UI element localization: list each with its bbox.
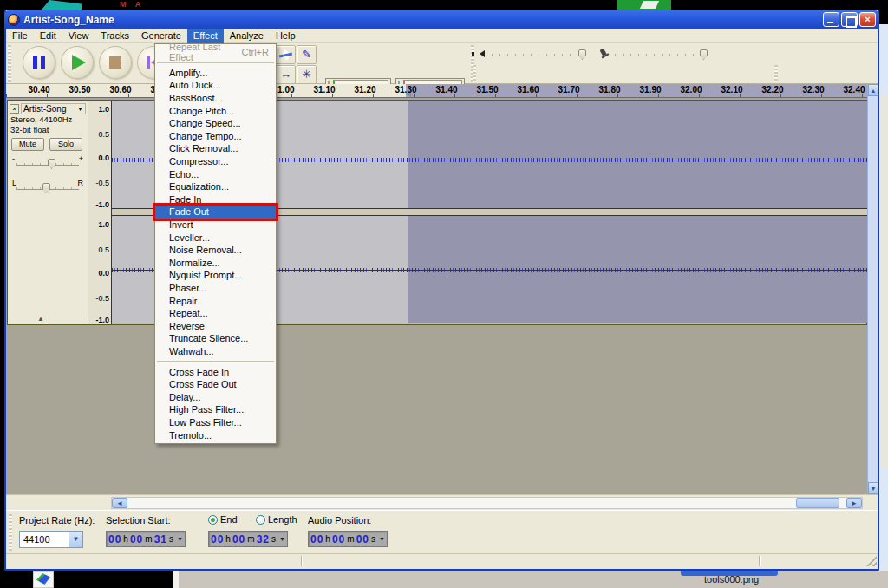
menu-item-fade-out[interactable]: Fade Out [155, 206, 276, 219]
selection-end-timebox[interactable]: 00h 00m 32s ▼ [208, 531, 288, 547]
menu-item-invert[interactable]: Invert [155, 219, 276, 232]
ruler-time-label: 32.40 [843, 85, 865, 95]
scroll-down-icon[interactable]: ▼ [868, 482, 878, 494]
vertical-scale-ruler[interactable]: 1.00.50.0-0.5-1.0 1.00.50.0-0.5-1.0 [88, 101, 112, 324]
menu-edit[interactable]: Edit [34, 29, 62, 43]
menu-tracks[interactable]: Tracks [95, 29, 135, 43]
menu-item-repair[interactable]: Repair [155, 294, 276, 307]
audio-position-label: Audio Position: [308, 515, 371, 526]
menu-item-equalization[interactable]: Equalization... [155, 180, 276, 193]
window-title: Artist-Song_Name [23, 14, 114, 26]
output-volume-thumb[interactable] [578, 49, 586, 60]
menu-item-high-pass-filter[interactable]: High Pass Filter... [155, 403, 276, 416]
scroll-up-icon[interactable]: ▲ [868, 84, 878, 96]
pan-thumb[interactable] [42, 183, 50, 193]
toolbar-grip[interactable] [774, 65, 778, 82]
gain-thumb[interactable] [48, 159, 56, 169]
menu-item-tremolo[interactable]: Tremolo... [155, 428, 276, 441]
selected-region [408, 101, 868, 208]
pan-left-label: L [12, 179, 16, 187]
toolbar-grip[interactable] [473, 65, 476, 82]
horizontal-scrollbar[interactable]: ◄ ► [111, 497, 863, 509]
gain-slider[interactable] [16, 163, 79, 166]
menu-item-phaser[interactable]: Phaser... [155, 282, 276, 295]
menu-item-change-pitch[interactable]: Change Pitch... [155, 104, 276, 117]
vertical-scrollbar[interactable]: ▲ ▼ [867, 84, 878, 494]
input-volume-slider[interactable] [615, 54, 708, 56]
ruler-time-label: 30.50 [69, 85, 90, 95]
play-icon [72, 55, 86, 70]
timebox-dropdown-icon[interactable]: ▼ [279, 536, 285, 542]
background-window-content [881, 95, 888, 468]
timebox-dropdown-icon[interactable]: ▼ [379, 536, 385, 542]
toolbar-grip[interactable] [8, 45, 11, 82]
collapse-track-icon[interactable]: ▲ [37, 315, 44, 323]
timeshift-tool-button[interactable]: ↔ [276, 65, 296, 84]
menu-item-noise-removal[interactable]: Noise Removal... [155, 244, 276, 257]
menu-item-auto-duck[interactable]: Auto Duck... [155, 79, 276, 92]
menu-item-echo[interactable]: Echo... [155, 167, 276, 180]
menu-item-bassboost[interactable]: BassBoost... [155, 92, 276, 105]
toolbar-grip[interactable] [9, 514, 12, 551]
maximize-button[interactable] [841, 12, 858, 27]
menu-item-cross-fade-in[interactable]: Cross Fade In [155, 365, 276, 378]
menu-item-fade-in[interactable]: Fade In [155, 193, 276, 206]
play-button[interactable] [61, 46, 94, 79]
menu-item-delay[interactable]: Delay... [155, 390, 276, 403]
menu-item-cross-fade-out[interactable]: Cross Fade Out [155, 378, 276, 391]
close-button[interactable]: × [859, 12, 876, 27]
end-radio[interactable]: End [208, 514, 238, 525]
draw-tool-button[interactable]: ✎ [297, 45, 317, 64]
menu-separator [157, 361, 274, 362]
background-window-bottom [173, 571, 888, 588]
audio-position-timebox[interactable]: 00h 00m 00s ▼ [308, 531, 388, 547]
output-volume-slider[interactable] [492, 54, 587, 56]
desktop-app-icon[interactable] [33, 571, 54, 588]
menu-file[interactable]: File [6, 29, 34, 43]
input-volume-thumb[interactable] [700, 49, 708, 60]
length-radio-label: Length [268, 514, 297, 525]
track-close-icon[interactable]: × [10, 104, 19, 114]
menu-item-wahwah[interactable]: Wahwah... [155, 345, 276, 358]
toolbar: ✎ ↔ ✳ L R L R ▼ 0 ▼ 0 ✂ [6, 43, 878, 84]
solo-button[interactable]: Solo [49, 138, 82, 151]
menu-bar: FileEditViewTracksGenerateEffectAnalyzeH… [6, 29, 878, 43]
menu-view[interactable]: View [62, 29, 95, 43]
menu-item-truncate-silence[interactable]: Truncate Silence... [155, 332, 276, 345]
scroll-left-icon[interactable]: ◄ [112, 498, 127, 508]
menu-item-low-pass-filter[interactable]: Low Pass Filter... [155, 416, 276, 429]
menu-item-nyquist-prompt[interactable]: Nyquist Prompt... [155, 269, 276, 282]
menu-item-normalize[interactable]: Normalize... [155, 257, 276, 270]
envelope-tool-button[interactable] [276, 45, 296, 64]
menu-help[interactable]: Help [270, 29, 302, 43]
timeline-ruler[interactable]: 30.4030.5030.6030.7030.8030.9031.0031.10… [6, 84, 867, 98]
menu-item-click-removal[interactable]: Click Removal... [155, 142, 276, 155]
radio-selected-icon [208, 515, 218, 525]
stop-button[interactable] [99, 46, 132, 79]
combo-dropdown-icon[interactable]: ▼ [69, 532, 82, 547]
mute-button[interactable]: Mute [11, 138, 44, 151]
scroll-right-icon[interactable]: ► [846, 498, 862, 508]
horizontal-scroll-thumb[interactable] [796, 498, 839, 508]
timebox-dropdown-icon[interactable]: ▼ [177, 536, 183, 542]
title-bar[interactable]: Artist-Song_Name × [4, 10, 879, 29]
menu-item-reverse[interactable]: Reverse [155, 319, 276, 332]
menu-item-change-tempo[interactable]: Change Tempo... [155, 130, 276, 143]
scale-label: 0.0 [98, 154, 109, 162]
project-rate-select[interactable]: 44100 ▼ [19, 531, 83, 548]
track-name-menu[interactable]: Artist-Song ▼ [21, 103, 86, 114]
multi-tool-button[interactable]: ✳ [297, 65, 317, 84]
menu-item-leveller[interactable]: Leveller... [155, 231, 276, 244]
menu-item-compressor[interactable]: Compressor... [155, 155, 276, 168]
pause-button[interactable] [23, 46, 56, 79]
menu-item-amplify[interactable]: Amplify... [155, 67, 276, 80]
resize-grip[interactable] [866, 556, 877, 566]
length-radio[interactable]: Length [256, 514, 297, 525]
track-area: × Artist-Song ▼ Stereo, 44100Hz 32-bit f… [6, 98, 878, 494]
menu-item-change-speed[interactable]: Change Speed... [155, 117, 276, 130]
output-volume-icon [480, 50, 485, 57]
menu-item-repeat[interactable]: Repeat... [155, 307, 276, 320]
selection-start-timebox[interactable]: 00h 00m 31s ▼ [106, 531, 186, 547]
minimize-button[interactable] [823, 12, 839, 27]
pan-slider[interactable] [16, 187, 79, 190]
